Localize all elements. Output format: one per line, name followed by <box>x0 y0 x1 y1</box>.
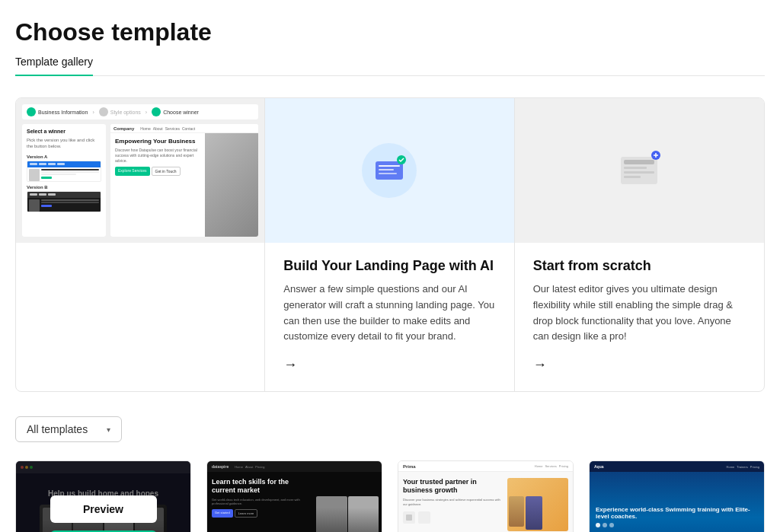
preview-button-consulting[interactable]: Preview <box>433 495 539 523</box>
chevron-down-icon: ▾ <box>107 425 110 434</box>
template-thumb-course: dataspire Home About Pricing Learn tech … <box>206 460 382 532</box>
ai-card-arrow[interactable]: → <box>283 357 297 373</box>
template-card-consulting[interactable]: Prima Home Services Pricing Your trusted… <box>398 460 574 532</box>
template-card-course[interactable]: dataspire Home About Pricing Learn tech … <box>206 460 382 532</box>
template-overlay-charity: Preview Choose <box>16 461 190 532</box>
hero-scratch-preview <box>515 98 764 243</box>
templates-grid: Help us build home and hopes Preview <box>15 460 765 532</box>
svg-rect-10 <box>624 176 641 178</box>
template-card-swimming[interactable]: Aqua Home Trainers Pricing Experience wo… <box>589 460 765 532</box>
scratch-card-title: Start from scratch <box>533 258 746 274</box>
hero-scratch-card: Start from scratch Our latest editor giv… <box>515 98 764 391</box>
filter-dropdown[interactable]: All templates ▾ <box>15 416 122 442</box>
template-thumb-charity: Help us build home and hopes Preview <box>15 460 191 532</box>
ai-step-3: Choose winner <box>152 107 199 116</box>
svg-rect-2 <box>379 165 400 167</box>
scratch-card-description: Our latest editor gives you ultimate des… <box>533 282 746 345</box>
ai-card-description: Answer a few simple questions and our AI… <box>283 282 495 345</box>
tab-bar: Template gallery <box>15 56 765 76</box>
tab-template-gallery[interactable]: Template gallery <box>15 56 93 75</box>
template-card-charity[interactable]: Help us build home and hopes Preview <box>15 460 191 532</box>
svg-rect-8 <box>624 167 647 169</box>
hero-section: Business Information › Style options › C… <box>15 97 765 392</box>
template-thumb-consulting: Prima Home Services Pricing Your trusted… <box>398 460 574 532</box>
svg-rect-9 <box>624 171 654 174</box>
svg-rect-4 <box>379 173 397 174</box>
filter-label: All templates <box>27 423 88 435</box>
hero-ai-preview <box>265 98 513 243</box>
template-thumb-swimming: Aqua Home Trainers Pricing Experience wo… <box>589 460 765 532</box>
scratch-card-arrow[interactable]: → <box>533 357 547 373</box>
page-title: Choose template <box>15 18 765 46</box>
preview-button-swimming[interactable]: Preview <box>624 495 730 523</box>
ai-step-1: Business Information <box>27 107 88 116</box>
ai-card-title: Build Your Landing Page with AI <box>283 258 495 274</box>
hero-preview-card: Business Information › Style options › C… <box>16 98 265 391</box>
ai-step-2: Style options <box>99 107 141 116</box>
preview-button-charity[interactable]: Preview <box>50 495 157 523</box>
filter-row: All templates ▾ <box>15 416 765 442</box>
preview-button-course[interactable]: Preview <box>241 495 348 523</box>
svg-rect-3 <box>379 169 394 170</box>
hero-preview-image: Business Information › Style options › C… <box>16 98 264 243</box>
hero-ai-card: Build Your Landing Page with AI Answer a… <box>265 98 514 391</box>
svg-rect-7 <box>624 160 654 164</box>
